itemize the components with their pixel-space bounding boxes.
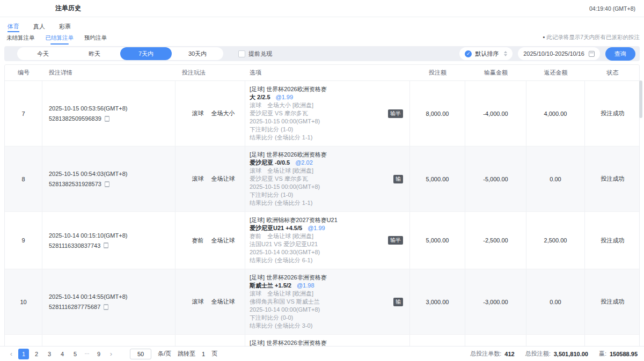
status-text: 投注成功 <box>585 298 639 306</box>
subtab-unsettled[interactable]: 未结算注单 <box>5 34 36 45</box>
payout-note: •此记录将显示7天内所有已派彩的投注 <box>543 34 640 41</box>
status-text: 投注成功 <box>585 109 639 117</box>
category-tabs: 体育 真人 彩票 <box>0 17 644 32</box>
table-header: 编号 投注详情 投注玩法 选项 投注额 输赢金额 返还金额 状态 <box>5 65 639 81</box>
range-yesterday[interactable]: 昨天 <box>69 47 120 60</box>
page-button[interactable]: 1 <box>18 349 29 359</box>
option-line: 爱沙尼亚 VS 摩尔多瓦 <box>250 109 409 117</box>
page-button[interactable]: 4 <box>57 349 68 359</box>
page-size-input[interactable]: 50 <box>130 349 151 359</box>
col-header-no: 编号 <box>5 69 42 77</box>
note-bullet-icon: • <box>543 34 545 40</box>
search-button[interactable]: 查询 <box>605 47 635 61</box>
subtab-reserved[interactable]: 预约注单 <box>83 34 108 45</box>
option-detail-lines: 滚球 全场让球 [欧洲盘]佛得角共和国 VS 斯威士兰2025-10-14 00… <box>250 290 409 330</box>
page-button[interactable]: 2 <box>31 349 42 359</box>
page-button[interactable]: 3 <box>44 349 55 359</box>
league-name: [足球] 世界杯2026欧洲资格赛 <box>250 151 409 159</box>
odds-value: @1.98 <box>297 282 314 289</box>
option-line: 结果比分 (全场比分 1-1) <box>250 134 409 142</box>
bet-history-page: 注单历史 04:19:40 (GMT+8) 体育 真人 彩票 未结算注单 已结算… <box>0 0 644 361</box>
sort-select[interactable]: ✓ 默认排序 <box>459 47 513 60</box>
winloss-amount: -4,000.00 <box>465 110 526 117</box>
bet-amount: 8,000.00 <box>410 110 465 117</box>
option-line: 滚球 全场让球 [欧洲盘] <box>250 167 409 175</box>
early-cashout-filter[interactable]: 提前兑现 <box>238 50 272 58</box>
selection: 斯威士兰 +1.5/2 <box>250 282 291 289</box>
table-row[interactable]: 10 2025-10-14 00:14:55(GMT+8) 5281116287… <box>5 269 639 334</box>
status-text: 投注成功 <box>585 175 639 183</box>
copy-icon[interactable] <box>105 116 109 122</box>
odds-value: @2.02 <box>295 159 313 166</box>
option-line: 滚球 全场大小 [欧洲盘] <box>250 101 409 109</box>
options-cell: [足球] 世界杯2026非洲资格赛 斯威士兰 +1.5/2@1.98 滚球 全场… <box>245 269 410 334</box>
early-cashout-checkbox[interactable] <box>238 50 245 57</box>
option-line: 法国U21 VS 爱沙尼亚U21 <box>250 240 409 248</box>
play-phase: 滚球 <box>192 298 204 306</box>
order-id: 5281382531928573 <box>49 181 101 187</box>
check-circle-icon: ✓ <box>465 50 472 57</box>
option-line: 结果比分 (全场比分 6-1) <box>250 256 409 264</box>
bet-amount: 3,000.00 <box>410 299 465 305</box>
col-header-return: 返还金额 <box>526 69 585 77</box>
prev-page-icon[interactable]: ‹ <box>6 350 16 358</box>
tab-lottery[interactable]: 彩票 <box>59 23 71 32</box>
total-count-value: 412 <box>504 351 514 357</box>
bet-time: 2025-10-15 00:53:56(GMT+8) <box>49 105 175 112</box>
col-header-bet-amount: 投注额 <box>410 69 465 77</box>
next-page-icon[interactable]: › <box>106 350 116 358</box>
bet-details-cell: 2025-10-15 00:53:56(GMT+8) 5281382509596… <box>42 81 175 146</box>
bet-details-cell: 2025-10-14 00:15:10(GMT+8) 5281116330837… <box>42 212 175 269</box>
return-amount: 0.00 <box>526 299 584 305</box>
range-30days[interactable]: 30天内 <box>172 47 223 60</box>
option-detail-lines: 滚球 全场让球 [欧洲盘]爱沙尼亚 VS 摩尔多瓦2025-10-15 00:0… <box>250 167 409 207</box>
bet-details-cell: 2025-10-14 00:14:55(GMT+8) 5281116287775… <box>42 269 175 334</box>
play-phase: 滚球 <box>192 109 204 117</box>
option-line: 滚球 全场让球 [欧洲盘] <box>250 290 409 298</box>
bet-time: 2025-10-15 00:54:03(GMT+8) <box>49 171 175 177</box>
page-ellipsis: ... <box>83 349 91 359</box>
tab-live[interactable]: 真人 <box>33 23 45 32</box>
selection: 大 2/2.5 <box>250 94 270 100</box>
page-title: 注单历史 <box>55 4 81 13</box>
date-range-value: 2025/10/10-2025/10/16 <box>523 50 584 57</box>
page-button[interactable]: 5 <box>70 349 80 359</box>
option-detail-lines: 滚球 全场大小 [欧洲盘]爱沙尼亚 VS 摩尔多瓦2025-10-15 00:0… <box>250 101 409 142</box>
options-cell: [足球] 世界杯2026欧洲资格赛 爱沙尼亚 -0/0.5@2.02 滚球 全场… <box>245 146 410 211</box>
bet-time: 2025-10-14 00:14:55(GMT+8) <box>49 293 175 300</box>
option-line: 2025-10-14 00:30(GMT+8) <box>250 248 409 256</box>
total-amount-value: 3,501,810.00 <box>554 351 588 357</box>
jump-page-input[interactable]: 1 <box>202 351 205 357</box>
copy-icon[interactable] <box>104 242 108 248</box>
selection: 爱沙尼亚 -0/0.5 <box>250 159 290 166</box>
league-name: [足球] 世界杯2026欧洲资格赛 <box>250 85 409 93</box>
page-button[interactable]: 9 <box>93 349 104 359</box>
options-cell: [足球] 世界杯2026欧洲资格赛 大 2/2.5@1.99 滚球 全场大小 [… <box>245 81 410 146</box>
range-today[interactable]: 今天 <box>17 47 69 60</box>
filter-bar-right: ✓ 默认排序 2025/10/10-2025/10/16 查询 <box>459 47 635 61</box>
range-7days[interactable]: 7天内 <box>120 47 172 60</box>
play-phase: 滚球 <box>192 175 204 183</box>
option-line: 下注时比分 (1-0) <box>250 126 409 134</box>
copy-icon[interactable] <box>104 304 108 310</box>
odds-value: @1.99 <box>276 94 294 100</box>
vertical-scrollbar[interactable] <box>639 80 642 118</box>
bet-amount: 5,000.00 <box>410 237 465 244</box>
table-row[interactable]: 8 2025-10-15 00:54:03(GMT+8) 52813825319… <box>5 146 639 211</box>
total-count-label: 总投注单数: <box>470 350 501 358</box>
subtab-settled[interactable]: 已结算注单 <box>45 34 75 45</box>
date-range-picker[interactable]: 2025/10/10-2025/10/16 <box>518 47 600 60</box>
col-header-winloss: 输赢金额 <box>465 69 526 77</box>
totals-summary: 总投注单数: 412 总投注额: 3,501,810.00 赢: 150588.… <box>470 350 638 358</box>
order-id: 5281382509596839 <box>49 115 101 122</box>
play-phase: 赛前 <box>192 237 204 245</box>
option-line: 2025-10-15 00:00(GMT+8) <box>250 183 409 191</box>
option-detail-lines: 赛前 全场让球 [欧洲盘]法国U21 VS 爱沙尼亚U212025-10-14 … <box>250 232 409 264</box>
copy-icon[interactable] <box>105 181 109 187</box>
table-row[interactable]: 9 2025-10-14 00:15:10(GMT+8) 52811163308… <box>5 211 639 269</box>
bets-table: 编号 投注详情 投注玩法 选项 投注额 输赢金额 返还金额 状态 7 2025-… <box>4 64 640 350</box>
league-name: [足球] 世界杯2026非洲资格赛 <box>250 274 409 282</box>
row-number: 10 <box>20 299 26 305</box>
table-row[interactable]: 7 2025-10-15 00:53:56(GMT+8) 52813825095… <box>5 81 639 146</box>
tab-sports[interactable]: 体育 <box>8 23 19 32</box>
